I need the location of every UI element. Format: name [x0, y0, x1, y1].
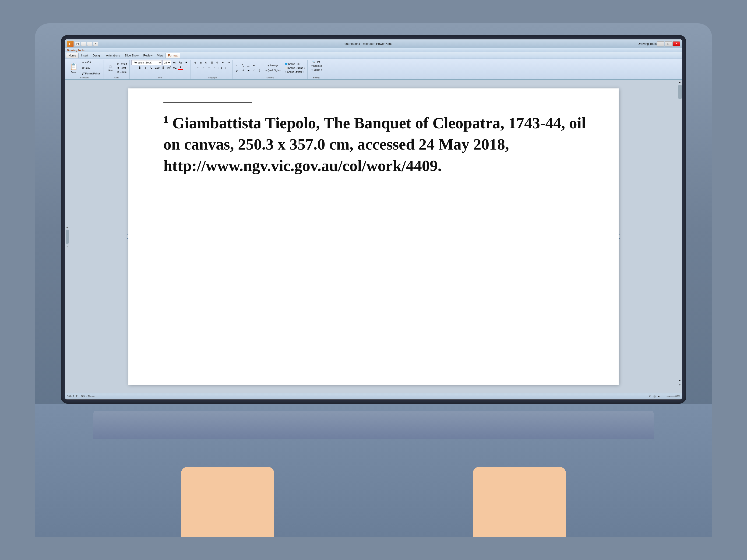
text-direction-btn[interactable]: ⇉ — [192, 60, 198, 65]
footnote-superscript: 1 — [163, 114, 168, 125]
shape-fill-btn[interactable]: 🪣 Shape Fill▾ — [284, 62, 306, 66]
shape-btn-9[interactable]: { — [251, 68, 257, 73]
view-slideshow-btn[interactable]: ▶ — [658, 395, 660, 398]
line-spacing-btn[interactable]: ↕ — [223, 65, 228, 70]
decrease-font-btn[interactable]: A↓ — [178, 60, 183, 65]
shape-outline-icon: ⬜ — [285, 67, 288, 69]
numbering-btn[interactable]: ① — [215, 60, 220, 65]
delete-button[interactable]: ✕ Delete — [116, 70, 128, 74]
font-size-select[interactable]: 26 — [162, 60, 171, 65]
scroll-down-btn-1[interactable]: ▼ — [678, 379, 682, 383]
save-qs-btn[interactable]: 💾 — [75, 42, 80, 46]
quick-styles-icon: ✦ — [265, 69, 267, 72]
increase-indent-btn[interactable]: ⇥ — [226, 60, 231, 65]
qs-menu-btn[interactable]: ▾ — [93, 42, 98, 46]
shadow-button[interactable]: S — [161, 65, 166, 70]
shape-btn-7[interactable]: ↺ — [240, 68, 246, 73]
font-label: Font — [130, 77, 190, 79]
undo-qs-btn[interactable]: ↩ — [81, 42, 86, 46]
left-scroll-down[interactable]: ▼ — [66, 244, 69, 248]
shape-btn-5[interactable]: ○ — [257, 63, 262, 68]
shape-effects-btn[interactable]: ✧ Shape Effects▾ — [284, 70, 306, 74]
drawing-canvas: ▲ ▼ — [65, 80, 682, 393]
menu-slideshow[interactable]: Slide Show — [122, 53, 141, 58]
scroll-up-btn[interactable]: ▲ — [678, 80, 682, 84]
menu-home[interactable]: Home — [66, 53, 79, 58]
minimize-btn[interactable]: ─ — [656, 41, 664, 47]
scroll-down-btn-2[interactable]: ▼ — [678, 383, 682, 387]
cut-button[interactable]: ✂ ✂ Cut — [80, 60, 102, 64]
slide-content: 1 Giambattista Tiepolo, The Banquet of C… — [128, 88, 619, 385]
slide-wrapper: 1 Giambattista Tiepolo, The Banquet of C… — [128, 88, 619, 385]
underline-button[interactable]: U — [149, 65, 154, 70]
format-painter-icon: 🖌 — [82, 72, 84, 75]
menu-view[interactable]: View — [155, 53, 165, 58]
shape-btn-10[interactable]: } — [257, 68, 262, 73]
align-right-btn[interactable]: ≡ — [206, 65, 211, 70]
case-button[interactable]: Aa — [172, 65, 177, 70]
slide-main-text[interactable]: 1 Giambattista Tiepolo, The Banquet of C… — [163, 112, 591, 177]
clear-format-btn[interactable]: ✦ — [184, 60, 189, 65]
layout-button[interactable]: ⊞ Layout — [116, 62, 128, 66]
spacing-button[interactable]: AV — [166, 65, 172, 70]
window-controls: ─ □ ✕ — [656, 41, 680, 47]
para-row1: ⇉ ⊞ ⚙ ☰ ① ⇤ ⇥ — [192, 60, 231, 65]
menu-format[interactable]: Format — [165, 53, 180, 58]
menu-insert[interactable]: Insert — [79, 53, 91, 58]
left-scrollbar[interactable]: ▲ ▼ — [65, 213, 69, 260]
close-btn[interactable]: ✕ — [672, 41, 680, 47]
bullets-btn[interactable]: ☰ — [209, 60, 214, 65]
columns-btn[interactable]: ⋮⋮ — [217, 65, 223, 70]
italic-button[interactable]: I — [143, 65, 148, 70]
view-normal-btn[interactable]: ⊡ — [649, 395, 651, 398]
find-button[interactable]: 🔍 Find — [311, 60, 321, 64]
left-scroll-thumb[interactable] — [66, 230, 69, 244]
vertical-scrollbar[interactable]: ▲ ▼ ▼ — [678, 80, 682, 387]
paste-button[interactable]: 📋 Paste — [68, 60, 80, 76]
slides-content: 🗋 New ⊞ Layout ↺ — [105, 60, 128, 79]
reset-icon: ↺ — [117, 67, 119, 69]
align-text-btn[interactable]: ⊞ — [198, 60, 203, 65]
title-bar: P 💾 ↩ ↪ ▾ Presentation1 - Microsoft Powe… — [65, 39, 682, 48]
select-button[interactable]: ⬚ Select▾ — [310, 68, 323, 72]
slides-label: Slide — [104, 77, 129, 79]
menu-design[interactable]: Design — [91, 53, 104, 58]
shape-btn-2[interactable]: ╲ — [240, 63, 246, 68]
quick-styles-btn[interactable]: ✦ Quick Styles — [263, 68, 282, 73]
restore-btn[interactable]: □ — [665, 41, 672, 47]
font-face-select[interactable]: Perpetua (Body) — [131, 60, 162, 65]
ribbon-group-font: Perpetua (Body) 26 A↑ A↓ ✦ — [130, 60, 190, 79]
replace-button[interactable]: ⇄ Replace — [310, 64, 323, 68]
format-painter-button[interactable]: 🖌 Format Painter — [80, 72, 102, 76]
align-left-btn[interactable]: ≡ — [195, 65, 200, 70]
menu-animations[interactable]: Animations — [104, 53, 122, 58]
bold-button[interactable]: B — [137, 65, 143, 70]
left-scroll-up[interactable]: ▲ — [66, 225, 69, 229]
reset-button[interactable]: ↺ Reset — [116, 66, 128, 70]
slide[interactable]: 1 Giambattista Tiepolo, The Banquet of C… — [128, 88, 619, 385]
increase-font-btn[interactable]: A↑ — [172, 60, 177, 65]
shape-outline-btn[interactable]: ⬜ Shape Outline▾ — [284, 66, 306, 70]
new-slide-button[interactable]: 🗋 New — [105, 63, 115, 73]
shape-btn-4[interactable]: ⌐ — [251, 63, 257, 68]
clipboard-content: 📋 Paste ✂ ✂ Cut ⧉ — [68, 60, 102, 79]
view-slide-btn[interactable]: ▤ — [653, 395, 655, 398]
copy-button[interactable]: ⧉ Copy — [80, 66, 102, 70]
shape-btn-8[interactable]: ❤ — [246, 68, 251, 73]
decrease-indent-btn[interactable]: ⇤ — [221, 60, 226, 65]
align-center-btn[interactable]: ≡ — [201, 65, 206, 70]
font-color-btn[interactable]: A — [178, 65, 183, 70]
convert-smartart-btn[interactable]: ⚙ — [204, 60, 209, 65]
menu-bar: Home Insert Design Animations Slide Show… — [65, 52, 682, 59]
shape-btn-3[interactable]: △ — [246, 63, 251, 68]
drawing-content: □ ╲ △ ⌐ ○ ▷ ↺ ❤ — [235, 60, 306, 79]
shape-btn-6[interactable]: ▷ — [235, 68, 240, 73]
zoom-slider[interactable]: ─●─── 66% — [667, 395, 680, 398]
arrange-btn[interactable]: ⊞ Arrange — [263, 63, 282, 68]
redo-qs-btn[interactable]: ↪ — [87, 42, 92, 46]
shape-btn-1[interactable]: □ — [235, 63, 240, 68]
strikethrough-button[interactable]: abe — [155, 65, 160, 70]
justify-btn[interactable]: ≡ — [212, 65, 217, 70]
menu-review[interactable]: Review — [141, 53, 155, 58]
scroll-thumb[interactable] — [678, 85, 681, 99]
